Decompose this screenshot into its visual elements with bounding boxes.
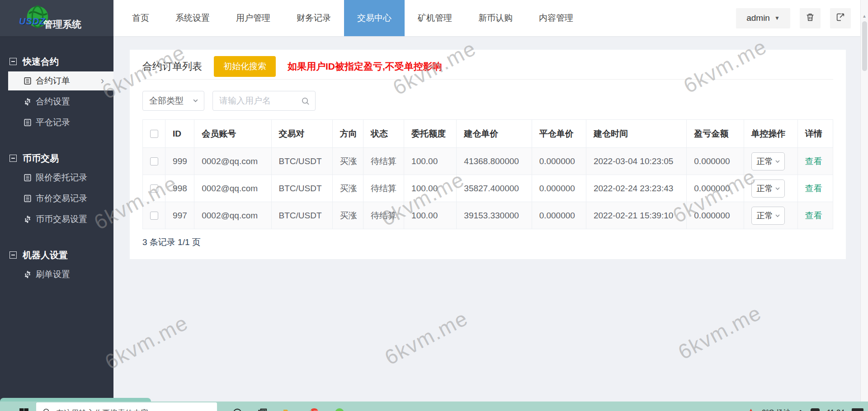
collapse-icon bbox=[9, 155, 17, 162]
weather-alert-icon bbox=[747, 408, 755, 411]
sidebar-section-title: 快速合约 bbox=[23, 56, 59, 68]
card-header: 合约订单列表 初始化搜索 如果用户ID被指定盈亏,不受单控影响 bbox=[142, 56, 833, 80]
windows-start-button[interactable] bbox=[19, 408, 29, 411]
brand-text: USDZ bbox=[19, 16, 45, 27]
nav-item-system-settings[interactable]: 系统设置 bbox=[162, 0, 223, 36]
cell-profit: 0.000000 bbox=[687, 202, 744, 229]
cell-close-price: 0.000000 bbox=[532, 202, 586, 229]
tray-icon[interactable] bbox=[811, 408, 820, 411]
sidebar-item-contract-settings[interactable]: 合约设置 bbox=[0, 91, 113, 112]
control-select[interactable]: 正常 bbox=[751, 207, 785, 225]
scrollbar-up-arrow[interactable]: ▲ bbox=[861, 14, 868, 19]
sidebar-item-label: 刷单设置 bbox=[36, 269, 70, 280]
list-icon bbox=[24, 118, 32, 127]
control-select[interactable]: 正常 bbox=[751, 152, 785, 170]
control-select-value: 正常 bbox=[757, 156, 773, 167]
table-row: 997 0002@qq.com BTC/USDT 买涨 待结算 100.00 3… bbox=[143, 202, 833, 229]
taskbar-clock[interactable]: 11:34 bbox=[827, 409, 844, 411]
username-input[interactable] bbox=[219, 96, 301, 106]
chrome-icon[interactable] bbox=[309, 408, 319, 411]
select-all-checkbox[interactable] bbox=[150, 130, 158, 138]
nav-item-miner-management[interactable]: 矿机管理 bbox=[405, 0, 465, 36]
taskbar-search-box[interactable]: 在这里输入你要搜索的内容 bbox=[36, 402, 217, 411]
clear-cache-button[interactable] bbox=[800, 8, 821, 28]
logout-icon bbox=[835, 12, 845, 24]
row-checkbox[interactable] bbox=[150, 212, 158, 220]
search-icon[interactable] bbox=[301, 97, 310, 105]
top-nav: 首页 系统设置 用户管理 财务记录 交易中心 矿机管理 新币认购 内容管理 bbox=[119, 0, 586, 36]
row-checkbox[interactable] bbox=[150, 157, 158, 165]
control-select-value: 正常 bbox=[757, 183, 773, 194]
col-header-amount: 委托额度 bbox=[404, 120, 457, 148]
task-view-icon[interactable] bbox=[258, 408, 268, 411]
sidebar-section-title: 机器人设置 bbox=[23, 249, 68, 261]
admin-name: admin bbox=[746, 13, 770, 23]
cell-id: 997 bbox=[165, 202, 194, 229]
taskbar-search-placeholder: 在这里输入你要搜索的内容 bbox=[56, 408, 148, 411]
view-detail-link[interactable]: 查看 bbox=[805, 184, 822, 193]
vertical-scrollbar[interactable]: ▲ bbox=[860, 0, 868, 402]
sidebar-item-label: 市价交易记录 bbox=[36, 193, 87, 204]
cell-amount: 100.00 bbox=[404, 175, 457, 202]
sidebar-item-market-trade-records[interactable]: 市价交易记录 bbox=[0, 188, 113, 209]
sidebar-item-label: 币币交易设置 bbox=[36, 213, 87, 225]
messenger-app-icon[interactable] bbox=[335, 408, 344, 411]
chevron-down-icon bbox=[193, 96, 198, 106]
cell-profit: 0.000000 bbox=[687, 148, 744, 175]
nav-item-user-management[interactable]: 用户管理 bbox=[223, 0, 283, 36]
row-checkbox[interactable] bbox=[150, 184, 158, 193]
view-detail-link[interactable]: 查看 bbox=[805, 211, 822, 220]
cell-status: 待结算 bbox=[363, 175, 404, 202]
cell-status: 待结算 bbox=[363, 202, 404, 229]
sidebar-section-header-fast-contract[interactable]: 快速合约 bbox=[0, 52, 113, 71]
sidebar: 快速合约 合约订单 › 合约设置 bbox=[0, 36, 113, 402]
init-search-button[interactable]: 初始化搜索 bbox=[214, 56, 276, 77]
file-explorer-icon[interactable] bbox=[283, 408, 294, 411]
cell-id: 998 bbox=[165, 175, 194, 202]
nav-item-trade-center[interactable]: 交易中心 bbox=[344, 0, 405, 36]
caret-down-icon: ▼ bbox=[774, 15, 780, 21]
header: USDZ 管理系统 首页 系统设置 用户管理 财务记录 交易中心 矿机管理 新币… bbox=[0, 0, 868, 36]
header-actions: admin ▼ bbox=[736, 0, 868, 36]
tray-expand-caret[interactable]: ⌃ bbox=[798, 409, 804, 411]
col-header-id: ID bbox=[165, 120, 194, 148]
sidebar-item-brush-order-settings[interactable]: 刷单设置 bbox=[0, 264, 113, 285]
sidebar-item-close-position-records[interactable]: 平仓记录 bbox=[0, 112, 113, 133]
sidebar-section-header-coin-trade[interactable]: 币币交易 bbox=[0, 149, 113, 167]
cortana-icon[interactable] bbox=[232, 408, 242, 411]
sidebar-item-coin-trade-settings[interactable]: 币币交易设置 bbox=[0, 209, 113, 230]
sidebar-section-robot-settings: 机器人设置 刷单设置 bbox=[0, 246, 113, 285]
cell-open-price: 35827.400000 bbox=[457, 175, 532, 202]
taskbar: 在这里输入你要搜索的内容 0°C bbox=[0, 402, 868, 411]
col-header-control: 单控操作 bbox=[744, 120, 797, 148]
sidebar-item-label: 平仓记录 bbox=[36, 117, 70, 128]
control-select[interactable]: 正常 bbox=[751, 180, 785, 198]
list-icon bbox=[24, 77, 32, 85]
sidebar-item-limit-order-records[interactable]: 限价委托记录 bbox=[0, 167, 113, 188]
taskbar-weather[interactable]: 0°C 扬沙 bbox=[762, 408, 790, 411]
chevron-down-icon bbox=[775, 213, 780, 218]
page-title: 合约订单列表 bbox=[142, 60, 202, 73]
nav-item-finance-records[interactable]: 财务记录 bbox=[283, 0, 344, 36]
cell-account: 0002@qq.com bbox=[194, 175, 271, 202]
sidebar-item-label: 合约订单 bbox=[36, 75, 70, 87]
table-row: 998 0002@qq.com BTC/USDT 买涨 待结算 100.00 3… bbox=[143, 175, 833, 202]
logout-button[interactable] bbox=[830, 8, 851, 28]
gear-icon bbox=[24, 215, 32, 223]
view-detail-link[interactable]: 查看 bbox=[805, 156, 822, 166]
cell-direction: 买涨 bbox=[332, 202, 363, 229]
cell-profit: 0.000000 bbox=[687, 175, 744, 202]
admin-dropdown[interactable]: admin ▼ bbox=[736, 8, 790, 28]
scrollbar-thumb[interactable] bbox=[862, 21, 867, 71]
warning-text: 如果用户ID被指定盈亏,不受单控影响 bbox=[288, 60, 442, 73]
type-select[interactable]: 全部类型 bbox=[142, 91, 204, 111]
nav-item-newcoin-subscribe[interactable]: 新币认购 bbox=[465, 0, 526, 36]
sidebar-section-header-robot-settings[interactable]: 机器人设置 bbox=[0, 246, 113, 264]
nav-item-content-management[interactable]: 内容管理 bbox=[526, 0, 586, 36]
sidebar-item-contract-orders[interactable]: 合约订单 › bbox=[8, 71, 113, 90]
nav-item-home[interactable]: 首页 bbox=[119, 0, 162, 36]
logo: USDZ 管理系统 bbox=[0, 0, 113, 36]
notification-center-icon[interactable] bbox=[852, 408, 863, 411]
pagination-summary: 3 条记录 1/1 页 bbox=[142, 236, 833, 248]
cell-open-time: 2022-02-21 15:39:10 bbox=[586, 202, 686, 229]
